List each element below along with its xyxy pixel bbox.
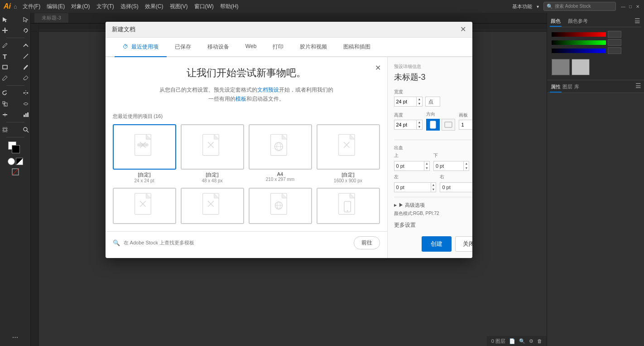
workspace-dropdown-icon[interactable]: ▾ xyxy=(537,4,539,9)
bleed-top-input[interactable] xyxy=(394,162,424,170)
artboard-input[interactable] xyxy=(459,121,472,129)
width-spinner: ▲ ▼ xyxy=(416,97,423,106)
menu-help[interactable]: 帮助(H) xyxy=(220,3,239,10)
menu-object[interactable]: 对象(O) xyxy=(71,3,90,10)
fg-color-swatch[interactable] xyxy=(552,59,570,75)
bleed-left-increment[interactable]: ▲ xyxy=(431,183,436,187)
more-settings-link[interactable]: 更多设置 xyxy=(394,221,472,229)
pen-tool[interactable] xyxy=(0,40,15,50)
unit-select[interactable]: 点 px mm cm in xyxy=(425,97,440,107)
bleed-top-decrement[interactable]: ▼ xyxy=(424,166,429,171)
color-tab[interactable]: 颜色 xyxy=(550,16,562,27)
menu-select[interactable]: 选择(S) xyxy=(120,3,139,10)
bleed-bottom-input[interactable] xyxy=(434,162,464,170)
selection-tool[interactable] xyxy=(0,15,15,24)
tab-print-label: 打印 xyxy=(273,44,284,50)
recent-item-3[interactable]: A4 210 x 297 mm xyxy=(249,124,312,183)
background-swatch[interactable] xyxy=(12,145,20,153)
preset-document-name[interactable]: 未标题-3 xyxy=(394,72,472,83)
color-reference-tab[interactable]: 颜色参考 xyxy=(567,16,589,27)
tab-film[interactable]: 胶片和视频 xyxy=(292,38,335,56)
swap-colors[interactable] xyxy=(16,158,23,165)
bleed-bottom-decrement[interactable]: ▼ xyxy=(464,166,469,171)
recent-item-5[interactable] xyxy=(113,188,176,224)
none-swatch[interactable] xyxy=(8,158,15,165)
bottom-panel-menu-icon[interactable]: ☰ xyxy=(635,82,641,93)
stock-search-box[interactable]: 🔍 搜索 Adobe Stock xyxy=(543,2,616,11)
welcome-close-button[interactable]: ✕ xyxy=(375,63,381,72)
tab-print[interactable]: 打印 xyxy=(264,38,292,56)
r-value-input[interactable] xyxy=(608,31,621,38)
layer-options-icon[interactable]: ⚙ xyxy=(529,338,533,344)
color-row-r xyxy=(552,31,639,38)
b-value-input[interactable] xyxy=(608,47,621,54)
recent-item-4[interactable]: [自定] 1600 x 900 px xyxy=(317,124,380,183)
workspace-label[interactable]: 基本功能 xyxy=(512,3,532,10)
tab-web[interactable]: Web xyxy=(237,38,264,56)
landscape-button[interactable] xyxy=(442,119,455,131)
tab-recent[interactable]: ⏱ 最近使用项 xyxy=(115,38,167,56)
home-icon[interactable]: ⌂ xyxy=(14,3,17,10)
g-slider-track[interactable] xyxy=(552,40,606,45)
recent-item-1[interactable]: [自定] 24 x 24 pt xyxy=(113,124,176,183)
width-input[interactable] xyxy=(394,97,416,106)
new-layer-icon[interactable]: 📄 xyxy=(509,338,515,344)
scale-tool[interactable] xyxy=(0,99,15,109)
panel-menu-icon[interactable]: ☰ xyxy=(634,16,641,27)
bleed-left-decrement[interactable]: ▼ xyxy=(431,187,436,192)
recent-item-7[interactable] xyxy=(249,188,312,224)
menu-window[interactable]: 窗口(W) xyxy=(194,3,214,10)
doc-preset-link[interactable]: 文档预设 xyxy=(257,87,279,93)
bleed-bottom-increment[interactable]: ▲ xyxy=(464,161,469,166)
width-tool[interactable] xyxy=(0,110,15,120)
menu-text[interactable]: 文字(T) xyxy=(96,3,114,10)
recent-item-8[interactable] xyxy=(317,188,380,224)
find-layer-icon[interactable]: 🔍 xyxy=(519,338,525,344)
menu-view[interactable]: 视图(V) xyxy=(170,3,188,10)
width-decrement[interactable]: ▼ xyxy=(417,102,423,106)
minimize-button[interactable]: — xyxy=(620,4,626,9)
bleed-left-input[interactable] xyxy=(394,183,431,191)
stock-search-input[interactable] xyxy=(124,240,350,245)
bleed-top-wrap: ▲ ▼ xyxy=(394,161,430,171)
tab-saved[interactable]: 已保存 xyxy=(167,38,199,56)
close-button[interactable]: ✕ xyxy=(635,4,640,9)
magic-wand-tool[interactable] xyxy=(0,25,15,35)
width-increment[interactable]: ▲ xyxy=(417,97,423,102)
trash-icon[interactable]: 🗑 xyxy=(537,338,542,344)
library-tab[interactable]: 库 xyxy=(573,82,580,93)
g-value-input[interactable] xyxy=(608,39,621,46)
artboard-field-group: 画板 ▲ ▼ xyxy=(459,112,472,130)
menu-edit[interactable]: 编辑(E) xyxy=(47,3,65,10)
dialog-close-x-button[interactable]: ✕ xyxy=(460,26,466,33)
menu-effect[interactable]: 效果(C) xyxy=(145,3,163,10)
tab-articon[interactable]: 图稿和插图 xyxy=(335,38,379,56)
tab-mobile[interactable]: 移动设备 xyxy=(199,38,237,56)
recent-item-6[interactable] xyxy=(181,188,244,224)
template-link[interactable]: 模板 xyxy=(235,96,246,102)
pencil-tool[interactable] xyxy=(0,73,15,83)
create-button[interactable]: 创建 xyxy=(422,236,452,252)
height-decrement[interactable]: ▼ xyxy=(417,125,423,129)
layers-tab[interactable]: 图层 xyxy=(562,82,573,93)
portrait-button[interactable] xyxy=(426,119,440,131)
bleed-right-input[interactable] xyxy=(440,183,472,191)
close-dialog-button[interactable]: 关闭 xyxy=(455,236,472,252)
advanced-options-toggle[interactable]: ▶ 高级选项 xyxy=(394,202,472,209)
bleed-top-increment[interactable]: ▲ xyxy=(424,161,429,166)
height-input[interactable] xyxy=(394,121,416,129)
stock-search-icon: 🔍 xyxy=(113,239,120,246)
maximize-button[interactable]: □ xyxy=(628,4,633,9)
attributes-tab[interactable]: 属性 xyxy=(550,82,562,93)
recent-item-2[interactable]: [自定] 48 x 48 px xyxy=(181,124,244,183)
height-increment[interactable]: ▲ xyxy=(417,120,423,125)
rectangle-tool[interactable] xyxy=(0,62,15,72)
menu-file[interactable]: 文件(F) xyxy=(23,3,40,10)
rotate-tool[interactable] xyxy=(0,88,15,98)
r-slider-track[interactable] xyxy=(552,32,606,37)
b-slider-track[interactable] xyxy=(552,49,606,53)
goto-button[interactable]: 前往 xyxy=(354,236,380,249)
artboard-tool[interactable] xyxy=(0,125,15,135)
text-tool[interactable]: T xyxy=(0,51,15,61)
more-tools[interactable]: ··· xyxy=(5,332,25,342)
